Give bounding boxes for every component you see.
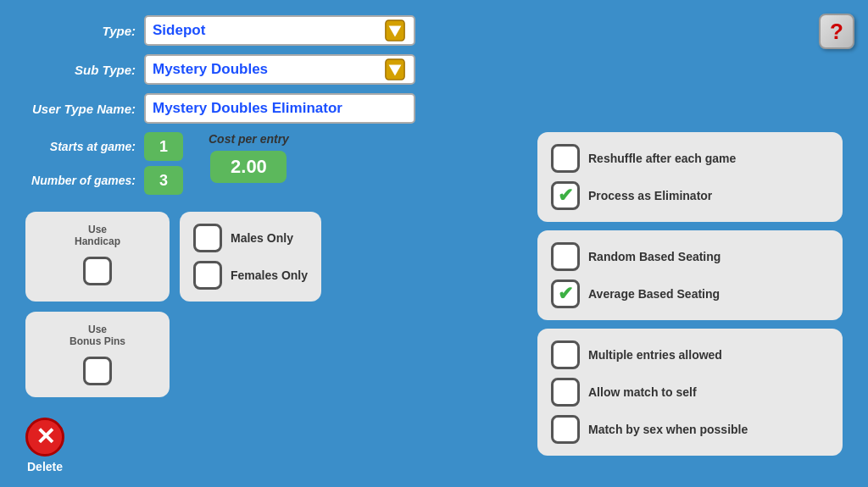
handicap-checkbox[interactable] — [83, 257, 112, 285]
starts-number-block: Starts at game: 1 Number of games: 3 — [25, 132, 183, 200]
bonus-pins-panel: Use Bonus Pins — [25, 312, 170, 397]
random-seating-row: Random Based Seating — [551, 242, 829, 271]
match-sex-row: Match by sex when possible — [551, 415, 829, 444]
cost-label: Cost per entry — [209, 132, 289, 146]
average-seating-checkbox[interactable] — [551, 279, 580, 308]
bonus-pins-title: Use Bonus Pins — [70, 324, 125, 348]
bonus-pins-checkbox[interactable] — [83, 357, 112, 385]
help-icon: ? — [830, 19, 843, 45]
user-type-value: Mystery Doubles Eliminator — [153, 100, 342, 117]
panels-row-2: Use Bonus Pins — [25, 312, 520, 397]
right-panels: Reshuffle after each game Process as Eli… — [537, 132, 843, 456]
delete-x-icon: ✕ — [36, 425, 55, 449]
starts-row: Starts at game: 1 — [25, 132, 183, 161]
multiple-entries-checkbox[interactable] — [551, 340, 580, 369]
seating-options-panel: Reshuffle after each game Process as Eli… — [537, 132, 843, 222]
males-label: Males Only — [231, 231, 293, 245]
delete-button[interactable]: ✕ Delete — [25, 418, 64, 473]
user-type-row: User Type Name: Mystery Doubles Eliminat… — [25, 93, 843, 124]
user-type-field[interactable]: Mystery Doubles Eliminator — [144, 93, 415, 124]
males-row: Males Only — [193, 224, 308, 252]
gender-panel: Males Only Females Only — [180, 212, 321, 302]
males-checkbox[interactable] — [193, 224, 222, 252]
subtype-label: Sub Type: — [25, 63, 136, 77]
delete-icon: ✕ — [25, 418, 64, 457]
allow-self-label: Allow match to self — [588, 385, 697, 399]
starts-value[interactable]: 1 — [144, 132, 183, 161]
number-value[interactable]: 3 — [144, 166, 183, 195]
subtype-value: Mystery Doubles — [153, 61, 383, 78]
multiple-entries-label: Multiple entries allowed — [588, 348, 722, 362]
seating-type-panel: Random Based Seating Average Based Seati… — [537, 230, 843, 320]
multiple-entries-row: Multiple entries allowed — [551, 340, 829, 369]
females-checkbox[interactable] — [193, 261, 222, 290]
average-seating-label: Average Based Seating — [588, 287, 720, 301]
type-arrow-icon — [383, 19, 407, 42]
type-label: Type: — [25, 24, 136, 38]
females-label: Females Only — [231, 268, 308, 282]
females-row: Females Only — [193, 261, 308, 290]
starts-label: Starts at game: — [25, 140, 136, 153]
handicap-title: Use Handicap — [75, 224, 120, 248]
subtype-row: Sub Type: Mystery Doubles — [25, 54, 843, 85]
number-row: Number of games: 3 — [25, 166, 183, 195]
left-area: Starts at game: 1 Number of games: 3 Cos… — [25, 132, 520, 456]
reshuffle-checkbox[interactable] — [551, 144, 580, 173]
help-button[interactable]: ? — [819, 14, 854, 49]
user-type-label: User Type Name: — [25, 102, 136, 116]
type-dropdown[interactable]: Sidepot — [144, 15, 415, 46]
number-label: Number of games: — [25, 174, 136, 187]
cost-block: Cost per entry 2.00 — [209, 132, 289, 183]
subtype-arrow-icon — [383, 58, 407, 81]
match-sex-checkbox[interactable] — [551, 415, 580, 444]
process-label: Process as Eliminator — [588, 189, 712, 202]
type-row: Type: Sidepot — [25, 15, 843, 46]
match-sex-label: Match by sex when possible — [588, 423, 748, 436]
params-section: Starts at game: 1 Number of games: 3 Cos… — [25, 132, 520, 200]
subtype-dropdown[interactable]: Mystery Doubles — [144, 54, 415, 85]
reshuffle-row: Reshuffle after each game — [551, 144, 829, 173]
delete-label: Delete — [27, 460, 63, 473]
process-row: Process as Eliminator — [551, 181, 829, 210]
type-value: Sidepot — [153, 22, 383, 39]
process-checkbox[interactable] — [551, 181, 580, 210]
content-area: Starts at game: 1 Number of games: 3 Cos… — [25, 132, 843, 456]
handicap-panel: Use Handicap — [25, 212, 170, 302]
random-seating-label: Random Based Seating — [588, 250, 721, 263]
reshuffle-label: Reshuffle after each game — [588, 152, 736, 165]
random-seating-checkbox[interactable] — [551, 242, 580, 271]
allow-self-row: Allow match to self — [551, 378, 829, 407]
average-seating-row: Average Based Seating — [551, 279, 829, 308]
entry-options-panel: Multiple entries allowed Allow match to … — [537, 329, 843, 456]
allow-self-checkbox[interactable] — [551, 378, 580, 407]
panels-row-1: Use Handicap Males Only Females Only — [25, 212, 520, 302]
cost-value[interactable]: 2.00 — [210, 151, 287, 183]
